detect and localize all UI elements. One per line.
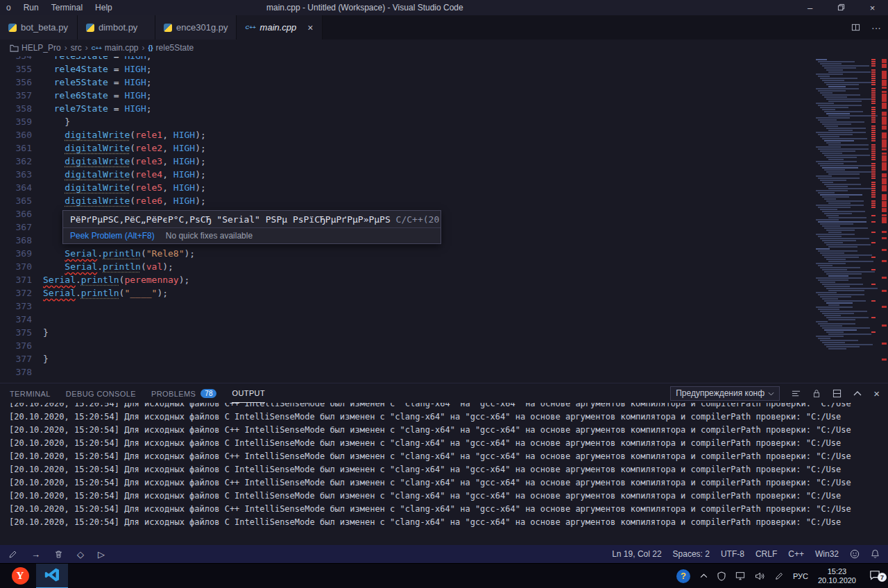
code-line[interactable]: 363 digitalWrite(rele4, HIGH);: [0, 168, 888, 181]
code-line[interactable]: 356 rele5State = HIGH;: [0, 76, 888, 89]
code-line[interactable]: 372Serial.println("____");: [0, 286, 888, 300]
line-number[interactable]: 377: [0, 352, 32, 365]
tab-ence301g.py[interactable]: ence301g.py: [155, 15, 237, 40]
line-number[interactable]: 356: [0, 76, 32, 89]
split-editor-icon[interactable]: [851, 23, 860, 32]
taskbar-yandex-app[interactable]: Y: [4, 564, 36, 588]
line-number[interactable]: 366: [0, 207, 32, 220]
line-number[interactable]: 367: [0, 220, 32, 234]
code-line[interactable]: 369 Serial.println("Rele8");: [0, 247, 888, 260]
menu-item-terminal[interactable]: Terminal: [45, 3, 89, 12]
code-line[interactable]: 360 digitalWrite(rele1, HIGH);: [0, 128, 888, 141]
tab-bot_beta.py[interactable]: bot_beta.py: [0, 15, 78, 40]
trash-icon[interactable]: [54, 550, 63, 559]
menu-item-run[interactable]: Run: [17, 3, 45, 12]
taskbar-clock[interactable]: 15:23 20.10.2020: [818, 567, 856, 585]
feedback-smiley-icon[interactable]: [850, 549, 860, 559]
flask-icon[interactable]: ◇: [77, 549, 84, 560]
code-line[interactable]: 378: [0, 365, 888, 379]
pen-icon[interactable]: [775, 572, 783, 580]
minimap[interactable]: [813, 56, 878, 383]
monitor-icon[interactable]: [735, 571, 745, 580]
notifications-bell-icon[interactable]: [871, 549, 880, 559]
line-number[interactable]: 359: [0, 115, 32, 128]
line-number[interactable]: 365: [0, 194, 32, 207]
code-line[interactable]: 355 rele4State = HIGH;: [0, 62, 888, 76]
line-number[interactable]: 360: [0, 128, 32, 141]
status-item[interactable]: CRLF: [755, 549, 777, 559]
panel-tab-debug-console[interactable]: DEBUG CONSOLE: [66, 383, 136, 403]
code-line[interactable]: 377}: [0, 352, 888, 365]
breadcrumb-item-rele5State[interactable]: {}rele5State: [148, 43, 194, 53]
pencil-icon[interactable]: [8, 550, 17, 559]
breadcrumb-item-main.cpp[interactable]: C++main.cpp: [92, 43, 139, 53]
code-line[interactable]: 373: [0, 300, 888, 313]
tab-main.cpp[interactable]: C++main.cpp×: [237, 15, 322, 40]
code-line[interactable]: 371Serial.println(peremennay);: [0, 273, 888, 286]
line-number[interactable]: 355: [0, 62, 32, 76]
line-number[interactable]: 361: [0, 141, 32, 155]
breadcrumb-item-HELP_Pro[interactable]: HELP_Pro: [10, 43, 61, 53]
scroll-lock-icon[interactable]: [812, 388, 821, 399]
status-item[interactable]: C++: [788, 549, 804, 559]
arrow-right-icon[interactable]: →: [31, 549, 40, 560]
line-number[interactable]: 375: [0, 326, 32, 339]
line-number[interactable]: 357: [0, 89, 32, 102]
code-line[interactable]: 361 digitalWrite(rele2, HIGH);: [0, 141, 888, 155]
code-line[interactable]: 365 digitalWrite(rele6, HIGH);: [0, 194, 888, 207]
editor[interactable]: 354 rele3State = HIGH;355 rele4State = H…: [0, 56, 888, 383]
line-number[interactable]: 374: [0, 313, 32, 326]
code-line[interactable]: 370 Serial.println(val);: [0, 260, 888, 273]
code-line[interactable]: 359 }: [0, 115, 888, 128]
taskbar-vscode-app[interactable]: [36, 564, 68, 588]
status-item[interactable]: Ln 19, Col 22: [612, 549, 661, 559]
more-actions-icon[interactable]: ···: [871, 22, 881, 33]
code-line[interactable]: 358 rele7State = HIGH;: [0, 102, 888, 115]
chevron-up-icon[interactable]: [700, 573, 708, 578]
notification-center[interactable]: 7: [866, 570, 884, 582]
panel-tab-terminal[interactable]: TERMINAL: [10, 383, 51, 403]
maximize-panel-icon[interactable]: [853, 388, 862, 399]
minimize-button[interactable]: –: [794, 0, 826, 15]
line-number[interactable]: 371: [0, 273, 32, 286]
help-icon[interactable]: ?: [676, 569, 690, 583]
code-line[interactable]: 374: [0, 313, 888, 326]
code-line[interactable]: 354 rele3State = HIGH;: [0, 56, 888, 62]
language-indicator[interactable]: РУС: [793, 572, 808, 580]
menu-item-help[interactable]: Help: [89, 3, 119, 12]
line-number[interactable]: 369: [0, 247, 32, 260]
line-number[interactable]: 363: [0, 168, 32, 181]
line-number[interactable]: 362: [0, 155, 32, 168]
play-icon[interactable]: ▷: [98, 549, 105, 560]
line-number[interactable]: 364: [0, 181, 32, 194]
peek-problem-link[interactable]: Peek Problem (Alt+F8): [70, 231, 155, 241]
tab-dimbot.py[interactable]: dimbot.py: [78, 15, 155, 40]
status-item[interactable]: Spaces: 2: [673, 549, 710, 559]
restore-button[interactable]: [826, 0, 857, 15]
clear-output-icon[interactable]: [792, 388, 801, 399]
close-panel-icon[interactable]: ×: [873, 388, 880, 399]
line-number[interactable]: 354: [0, 56, 32, 62]
line-number[interactable]: 368: [0, 234, 32, 247]
panel-tab-output[interactable]: OUTPUT: [232, 383, 265, 403]
split-panel-icon[interactable]: [832, 388, 842, 399]
menu-item-o[interactable]: o: [0, 3, 17, 12]
code-line[interactable]: 364 digitalWrite(rele5, HIGH);: [0, 181, 888, 194]
code-line[interactable]: 362 digitalWrite(rele3, HIGH);: [0, 155, 888, 168]
output-log[interactable]: [20.10.2020, 15:20:54] Для исходных файл…: [0, 403, 888, 546]
line-number[interactable]: 376: [0, 339, 32, 352]
breadcrumb-item-src[interactable]: src: [71, 43, 82, 53]
line-number[interactable]: 358: [0, 102, 32, 115]
line-number[interactable]: 373: [0, 300, 32, 313]
close-tab-icon[interactable]: ×: [307, 22, 313, 33]
volume-icon[interactable]: [755, 572, 765, 580]
line-number[interactable]: 378: [0, 365, 32, 379]
status-item[interactable]: Win32: [815, 549, 839, 559]
code-line[interactable]: 375}: [0, 326, 888, 339]
shield-icon[interactable]: [717, 571, 726, 581]
line-number[interactable]: 370: [0, 260, 32, 273]
panel-tab-problems[interactable]: PROBLEMS78: [151, 383, 216, 403]
status-item[interactable]: UTF-8: [721, 549, 744, 559]
code-line[interactable]: 357 rele6State = HIGH;: [0, 89, 888, 102]
code-line[interactable]: 376: [0, 339, 888, 352]
